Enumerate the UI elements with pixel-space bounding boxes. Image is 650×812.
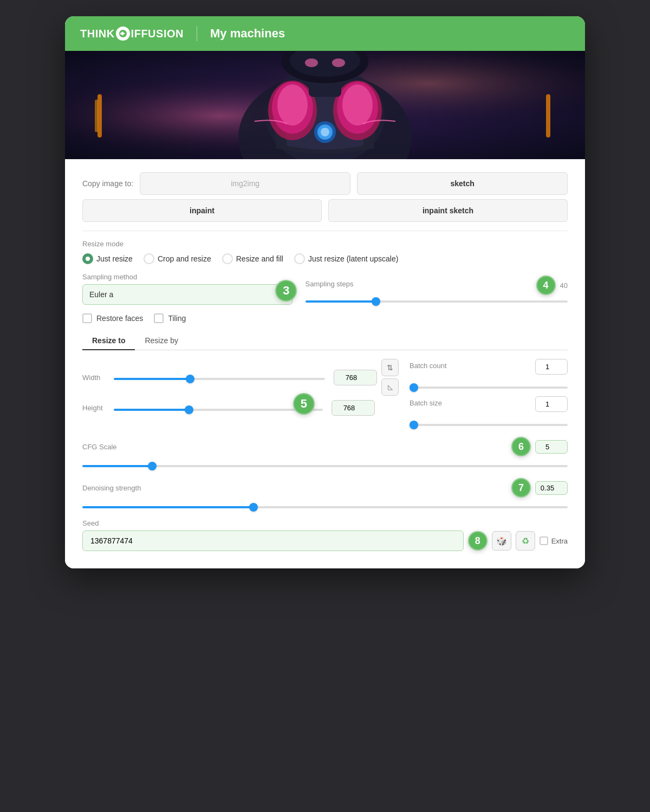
batch-size-input[interactable]: [535, 396, 568, 412]
radio-circle-just-resize: [82, 253, 93, 264]
tiling-checkbox[interactable]: Tiling: [154, 313, 186, 323]
height-row: Height: [82, 400, 399, 416]
width-input[interactable]: [334, 370, 377, 385]
radio-label-resize-fill: Resize and fill: [236, 254, 283, 263]
logo-text-left: THINK: [80, 28, 115, 40]
copy-image-label: Copy image to:: [82, 179, 133, 188]
dice-icon: 🎲: [496, 536, 507, 546]
extra-box: [540, 536, 548, 545]
restore-faces-label: Restore faces: [96, 314, 143, 323]
denoising-header: Denoising strength 7: [82, 478, 568, 497]
cfg-scale-header: CFG Scale 6: [82, 437, 568, 456]
svg-rect-18: [95, 100, 98, 132]
tab-resize-by[interactable]: Resize by: [135, 332, 187, 350]
radio-crop-resize[interactable]: Crop and resize: [144, 253, 211, 264]
tab-resize-to[interactable]: Resize to: [82, 332, 135, 350]
radio-label-crop-resize: Crop and resize: [158, 254, 211, 263]
page-title: My machines: [210, 27, 285, 41]
seed-input[interactable]: [82, 531, 464, 551]
recycle-icon: ♻: [522, 536, 529, 546]
radio-label-latent: Just resize (latent upscale): [308, 254, 399, 263]
batch-count-row: Batch count: [410, 359, 568, 375]
dimensions-section: Width ⇅ ◺ Height: [82, 359, 568, 428]
badge-6: 6: [511, 437, 531, 456]
app-window: THINK IFFUSION My machines: [65, 16, 585, 568]
seed-section: Seed 8 🎲 ♻ Extra: [82, 519, 568, 551]
badge-5: 5: [293, 393, 315, 415]
sampling-method-wrapper: Euler a Euler DPM++ 2M Karras: [82, 284, 292, 305]
seed-dice-button[interactable]: 🎲: [492, 531, 511, 551]
header: THINK IFFUSION My machines: [65, 16, 585, 51]
sampling-steps-section: Sampling steps 4 40: [306, 276, 568, 305]
radio-circle-crop-resize: [144, 253, 154, 264]
batch-section: Batch count Batch size: [410, 359, 568, 428]
radio-latent-upscale[interactable]: Just resize (latent upscale): [294, 253, 399, 264]
badge-8: 8: [468, 531, 487, 551]
aspect-ratio-button[interactable]: ◺: [381, 378, 399, 396]
header-divider: [197, 26, 197, 41]
badge-3: 3: [275, 280, 297, 302]
seed-recycle-button[interactable]: ♻: [516, 531, 535, 551]
content-area: Copy image to: img2img sketch inpaint in…: [65, 159, 585, 568]
tiling-box: [154, 313, 164, 323]
cfg-scale-section: CFG Scale 6: [82, 437, 568, 469]
logo: THINK IFFUSION: [80, 27, 184, 41]
checkbox-row: Restore faces Tiling: [82, 313, 568, 323]
width-label: Width: [82, 374, 109, 382]
logo-text-right: IFFUSION: [131, 28, 184, 40]
width-slider[interactable]: [114, 378, 325, 380]
tiling-label: Tiling: [168, 314, 186, 323]
copy-inpaint-sketch-button[interactable]: inpaint sketch: [328, 199, 568, 222]
hero-image: [65, 51, 585, 159]
svg-rect-19: [546, 94, 550, 137]
cfg-scale-input[interactable]: [535, 440, 568, 454]
steps-value-display: 40: [560, 281, 568, 290]
sampling-steps-label: Sampling steps: [306, 280, 354, 288]
radio-circle-resize-fill: [222, 253, 233, 264]
copy-sketch-button[interactable]: sketch: [357, 172, 568, 195]
denoising-input[interactable]: [535, 481, 568, 495]
badge-4: 4: [536, 276, 556, 295]
batch-size-label: Batch size: [410, 399, 442, 407]
denoising-section: Denoising strength 7: [82, 478, 568, 510]
sampling-steps-slider[interactable]: [306, 300, 568, 303]
cfg-scale-slider[interactable]: [82, 465, 568, 467]
svg-point-16: [321, 128, 329, 136]
seed-input-row: 8 🎲 ♻ Extra: [82, 531, 568, 551]
svg-point-24: [305, 58, 318, 67]
sampling-method-section: Sampling method Euler a Euler DPM++ 2M K…: [82, 273, 292, 305]
svg-point-10: [277, 84, 308, 126]
badge-7: 7: [511, 478, 531, 497]
resize-mode-group: Just resize Crop and resize Resize and f…: [82, 253, 568, 264]
divider-1: [82, 231, 568, 231]
copy-img2img-button[interactable]: img2img: [140, 172, 350, 195]
swap-dimensions-button[interactable]: ⇅: [381, 359, 399, 376]
batch-size-slider[interactable]: [410, 424, 568, 426]
restore-faces-checkbox[interactable]: Restore faces: [82, 313, 143, 323]
height-input[interactable]: [332, 400, 375, 416]
radio-label-just-resize: Just resize: [96, 254, 133, 263]
svg-rect-17: [98, 94, 102, 137]
svg-point-2: [120, 32, 122, 35]
denoising-slider[interactable]: [82, 506, 568, 508]
radio-circle-latent: [294, 253, 305, 264]
restore-faces-box: [82, 313, 92, 323]
batch-count-input[interactable]: [535, 359, 568, 375]
resize-tabs: Resize to Resize by: [82, 332, 568, 350]
denoising-label: Denoising strength: [82, 484, 141, 492]
radio-just-resize[interactable]: Just resize: [82, 253, 133, 264]
height-slider[interactable]: [114, 409, 323, 411]
width-row: Width ⇅ ◺: [82, 359, 399, 396]
sampling-method-label: Sampling method: [82, 273, 292, 281]
extra-checkbox[interactable]: Extra: [540, 536, 568, 545]
radio-resize-fill[interactable]: Resize and fill: [222, 253, 283, 264]
seed-label: Seed: [82, 519, 568, 527]
logo-icon: [116, 27, 130, 41]
svg-point-13: [342, 84, 373, 126]
resize-mode-label: Resize mode: [82, 240, 568, 248]
batch-count-slider[interactable]: [410, 387, 568, 389]
batch-size-row: Batch size: [410, 396, 568, 412]
cfg-scale-label: CFG Scale: [82, 443, 117, 451]
copy-inpaint-button[interactable]: inpaint: [82, 199, 322, 222]
sampling-method-select[interactable]: Euler a Euler DPM++ 2M Karras: [82, 284, 292, 305]
